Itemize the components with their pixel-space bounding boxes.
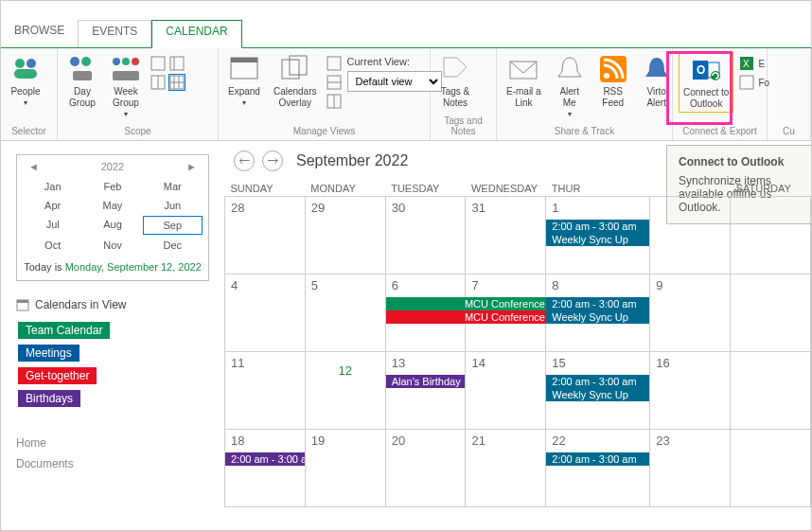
current-view-label: Current View: [347, 56, 442, 67]
calendar-tag[interactable]: Birthdays [18, 390, 80, 407]
calendar-cell[interactable] [731, 274, 811, 352]
calendar-cell[interactable]: 13Alan's Birthday [385, 352, 466, 430]
day-number [731, 197, 810, 204]
calendar-cell[interactable]: 16 [650, 352, 731, 430]
day-number: 21 [466, 430, 545, 451]
month-nov[interactable]: Nov [82, 237, 142, 254]
calendar-cell[interactable]: 31 [466, 197, 546, 274]
tags-button[interactable]: Tags & Notes [436, 52, 474, 111]
rss-button[interactable]: RSS Feed [594, 52, 632, 111]
nav-documents[interactable]: Documents [16, 457, 209, 470]
calendar-small-icon [16, 298, 29, 311]
calendar-cell[interactable]: 11 [225, 352, 306, 430]
month-may[interactable]: May [82, 197, 142, 214]
month-mar[interactable]: Mar [143, 178, 203, 195]
svg-rect-5 [73, 71, 92, 80]
prev-month-button[interactable]: 🡐 [234, 150, 255, 171]
calendar-cell[interactable]: 29 [305, 197, 385, 274]
calendar-event[interactable]: Alan's Birthday [386, 375, 466, 388]
week-view-icon[interactable] [150, 75, 166, 90]
day-number: 14 [466, 352, 545, 374]
alert-me-button[interactable]: Alert Me▾ [551, 52, 589, 122]
month-feb[interactable]: Feb [82, 178, 142, 195]
day-group-button[interactable]: Day Group [63, 52, 101, 111]
month-jan[interactable]: Jan [23, 178, 82, 195]
calendar-cell[interactable]: 82:00 am - 3:00 amWeekly Sync Up [546, 274, 650, 352]
month-view-icon[interactable] [169, 75, 185, 90]
calendar-cell[interactable]: 7 [466, 274, 546, 352]
day-number [731, 274, 810, 282]
calendar-cell[interactable]: 12:00 am - 3:00 amWeekly Sync Up [546, 197, 650, 274]
calendar-cell[interactable] [650, 197, 731, 274]
month-apr[interactable]: Apr [23, 197, 82, 214]
calendar-cell[interactable]: 9 [650, 274, 731, 352]
export-excel-label[interactable]: E [758, 59, 765, 69]
calendar-event[interactable]: 2:00 am - 3:00 am [546, 452, 649, 466]
expand-button[interactable]: Expand▾ [224, 52, 264, 111]
calendar-cell[interactable]: 19 [305, 430, 385, 507]
modify-view-icon[interactable] [327, 75, 342, 90]
svg-rect-23 [327, 57, 341, 70]
overlay-button[interactable]: Calendars Overlay [270, 52, 321, 111]
calendar-event[interactable]: 2:00 am - 3:00 am [546, 375, 649, 388]
calendar-event[interactable]: Weekly Sync Up [546, 233, 649, 246]
virto-alert-button[interactable]: Virto Alert [638, 52, 676, 111]
calendar-cell[interactable]: 182:00 am - 3:00 am [225, 430, 306, 507]
calendar-event[interactable]: 2:00 am - 3:00 am [546, 297, 649, 310]
calendar-cell[interactable]: 12 [305, 352, 385, 430]
open-form-label[interactable]: Fo [758, 78, 769, 88]
calendar-tag[interactable]: Meetings [18, 345, 79, 362]
nav-home[interactable]: Home [16, 436, 209, 450]
calendar-cell[interactable]: 23 [650, 430, 731, 507]
month-sep[interactable]: Sep [143, 216, 203, 235]
month-dec[interactable]: Dec [143, 237, 203, 254]
group-scope-label: Scope [63, 124, 212, 138]
calendar-cell[interactable] [731, 352, 811, 430]
calendar-cell[interactable] [731, 197, 811, 274]
calendar-cell[interactable]: 28 [225, 197, 306, 274]
calendar-event[interactable]: 2:00 am - 3:00 am [546, 220, 649, 233]
month-aug[interactable]: Aug [82, 216, 142, 235]
svg-point-3 [70, 57, 79, 66]
calendar-cell[interactable]: 4 [225, 274, 306, 352]
create-column-icon[interactable] [327, 94, 342, 109]
calendar-event[interactable]: Weekly Sync Up [546, 388, 649, 401]
form-icon[interactable] [739, 75, 754, 90]
day-group-icon [67, 54, 97, 84]
next-month-button[interactable]: 🡒 [262, 150, 283, 171]
create-view-icon[interactable] [327, 56, 342, 71]
people-button[interactable]: People▾ [7, 52, 44, 111]
tab-events[interactable]: EVENTS [78, 20, 151, 47]
month-jun[interactable]: Jun [143, 197, 203, 214]
day-header: WEDNESDAY [466, 181, 546, 197]
prev-year-icon[interactable]: ◄ [28, 161, 39, 172]
calendar-cell[interactable]: 20 [385, 430, 466, 507]
work-week-icon[interactable] [169, 56, 185, 71]
calendar-cell[interactable]: 6MCU ConferenceMCU Conference [385, 274, 466, 352]
day-view-icon[interactable] [150, 56, 166, 71]
current-view-select[interactable]: Default view [347, 71, 442, 92]
excel-icon[interactable]: X [739, 56, 754, 71]
calendar-tag[interactable]: Get-together [18, 367, 97, 384]
calendar-event[interactable]: 2:00 am - 3:00 am [225, 452, 305, 466]
today-link[interactable]: Monday, September 12, 2022 [65, 261, 202, 273]
month-oct[interactable]: Oct [23, 237, 82, 254]
connect-outlook-button[interactable]: O Connect to Outlook [679, 52, 733, 113]
calendar-cell[interactable]: 21 [466, 430, 546, 507]
calendar-tag[interactable]: Team Calendar [18, 322, 110, 339]
tab-calendar[interactable]: CALENDAR [151, 20, 241, 48]
next-year-icon[interactable]: ► [186, 161, 197, 172]
month-jul[interactable]: Jul [23, 216, 82, 235]
calendar-cell[interactable]: 30 [385, 197, 466, 274]
calendar-cell[interactable] [731, 430, 811, 507]
outlook-icon: O [691, 55, 721, 85]
week-group-button[interactable]: Week Group▾ [107, 52, 145, 122]
calendar-cell[interactable]: 152:00 am - 3:00 amWeekly Sync Up [546, 352, 650, 430]
calendar-event[interactable]: Weekly Sync Up [546, 310, 649, 324]
tab-strip: BROWSE EVENTS CALENDAR [1, 20, 811, 48]
calendar-cell[interactable]: 5 [305, 274, 385, 352]
email-link-button[interactable]: E-mail a Link [503, 52, 545, 111]
calendar-cell[interactable]: 222:00 am - 3:00 am [546, 430, 650, 507]
tab-browse[interactable]: BROWSE [1, 20, 78, 47]
calendar-cell[interactable]: 14 [466, 352, 546, 430]
